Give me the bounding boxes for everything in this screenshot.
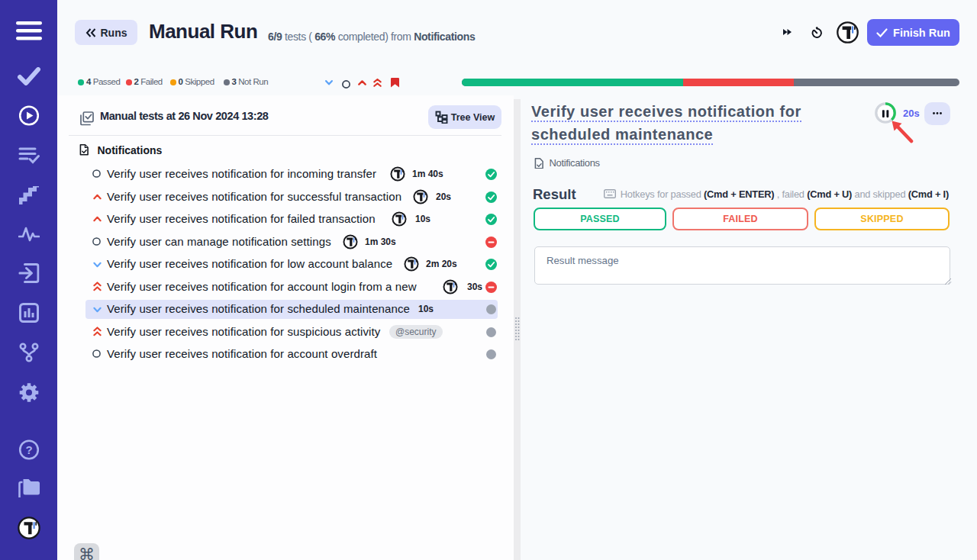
svg-text:?: ? <box>25 443 32 456</box>
